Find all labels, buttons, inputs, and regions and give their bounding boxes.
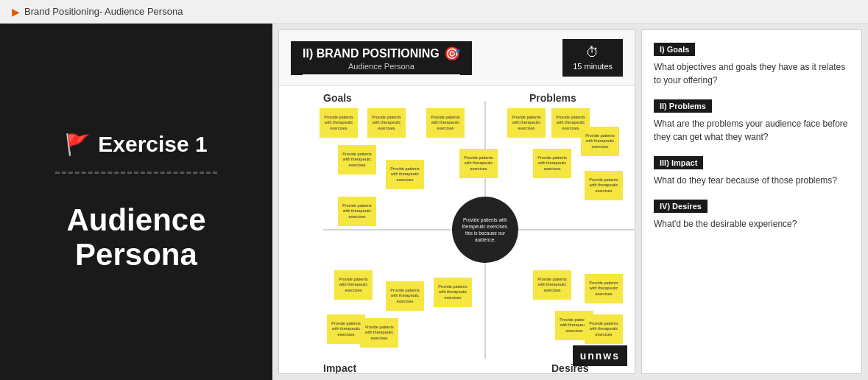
sticky-g2[interactable]: Provide patients with therapeutic exerci…	[367, 108, 406, 138]
sticky-c3[interactable]: Provide patients with therapeutic exerci…	[434, 278, 472, 307]
diagram-header: II) BRAND POSITIONING 🎯 Audience Persona…	[279, 30, 635, 86]
diagram-area: Provide patients with therapeutic exerci…	[279, 86, 635, 373]
sticky-i2[interactable]: Provide patients with therapeutic exerci…	[386, 281, 424, 311]
sticky-p5[interactable]: Provide patients with therapeutic exerci…	[585, 171, 623, 200]
section-tag-1: II) Problems	[654, 99, 712, 113]
center-panel: II) BRAND POSITIONING 🎯 Audience Persona…	[278, 29, 635, 374]
center-circle: Provide patients with therapeutic exerci…	[452, 197, 518, 263]
sticky-d4[interactable]: Provide patients with therapeutic exerci…	[585, 314, 623, 344]
section-desc-3: What'd be the desirable experience?	[654, 217, 850, 231]
problems-label: Problems	[529, 92, 576, 104]
dashed-divider	[55, 172, 217, 174]
goals-label: Goals	[323, 92, 352, 104]
section-tag-3: IV) Desires	[654, 200, 708, 213]
sticky-g4[interactable]: Provide patients with therapeutic exerci…	[386, 160, 424, 189]
sections-container: I) Goals What objectives and goals they …	[654, 42, 850, 231]
left-panel: 🚩 Exercise 1 Audience Persona	[0, 24, 272, 380]
brand-badge: II) BRAND POSITIONING 🎯 Audience Persona	[291, 41, 472, 75]
section-tag-0: I) Goals	[654, 43, 695, 56]
unnws-logo: unnws	[573, 345, 627, 366]
timer-value: 15 minutes	[573, 62, 613, 71]
breadcrumb-bar: ▶ Brand Positioning- Audience Persona	[0, 0, 868, 24]
sticky-p1[interactable]: Provide patients with therapeutic exerci…	[507, 108, 546, 138]
section-tag-2: III) Impact	[654, 156, 703, 169]
sticky-c1[interactable]: Provide patients with therapeutic exerci…	[426, 108, 465, 138]
sticky-i4[interactable]: Provide patients with therapeutic exerci…	[327, 314, 365, 344]
timer-icon: ⏱	[586, 45, 599, 60]
persona-title: Audience Persona	[66, 203, 205, 271]
exercise-flag-icon: 🚩	[65, 133, 91, 157]
sticky-i3[interactable]: Provide patients with therapeutic exerci…	[360, 318, 398, 348]
flag-icon: ▶	[12, 6, 20, 18]
brand-title: II) BRAND POSITIONING	[303, 47, 440, 60]
section-desc-2: What do they fear because of those probl…	[654, 174, 850, 187]
impact-label: Impact	[323, 362, 356, 374]
right-panel: I) Goals What objectives and goals they …	[641, 29, 862, 374]
exercise-label-group: 🚩 Exercise 1	[65, 132, 207, 157]
sticky-g3[interactable]: Provide patients with therapeutic exerci…	[338, 145, 376, 175]
sticky-d1[interactable]: Provide patients with therapeutic exerci…	[533, 270, 571, 300]
sticky-p3[interactable]: Provide patients with therapeutic exerci…	[533, 149, 571, 178]
exercise-title: Exercise 1	[98, 132, 207, 157]
sticky-p4[interactable]: Provide patients with therapeutic exerci…	[581, 127, 619, 156]
section-item-2: III) Impact What do they fear because of…	[654, 155, 850, 187]
badge-icon: 🎯	[444, 46, 460, 62]
section-desc-1: What are the problems your audience face…	[654, 117, 850, 144]
section-item-1: II) Problems What are the problems your …	[654, 99, 850, 144]
sticky-g1[interactable]: Provide patients with therapeutic exerci…	[320, 108, 358, 138]
breadcrumb-text: Brand Positioning- Audience Persona	[24, 6, 183, 17]
sticky-c2[interactable]: Provide patients with therapeutic exerci…	[459, 149, 498, 178]
sticky-d2[interactable]: Provide patients with therapeutic exerci…	[585, 274, 623, 303]
main-content: 🚩 Exercise 1 Audience Persona II) BRAND …	[0, 24, 868, 380]
section-item-0: I) Goals What objectives and goals they …	[654, 42, 850, 87]
brand-subtitle: Audience Persona	[348, 62, 414, 71]
section-desc-0: What objectives and goals they have as i…	[654, 60, 850, 87]
sticky-i1[interactable]: Provide patients with therapeutic exerci…	[334, 270, 373, 300]
sticky-g5[interactable]: Provide patients with therapeutic exerci…	[338, 197, 376, 226]
timer-box: ⏱ 15 minutes	[562, 39, 623, 77]
section-item-3: IV) Desires What'd be the desirable expe…	[654, 199, 850, 231]
